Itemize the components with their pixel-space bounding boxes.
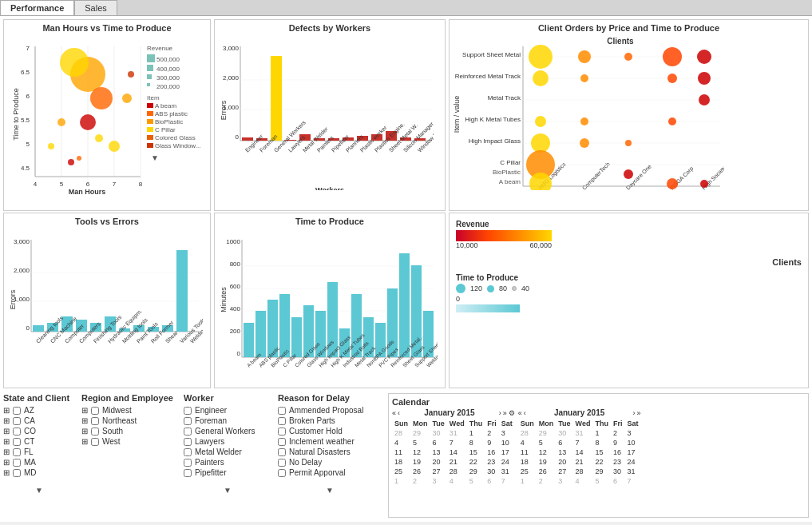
region-label-midwest: Midwest [102,406,132,415]
tab-performance[interactable]: Performance [0,0,74,15]
expand-icon-west[interactable]: ⊞ [81,437,88,446]
checkbox-ammended[interactable] [278,407,286,415]
checkbox-inclement[interactable] [278,438,286,446]
filter-item-permit[interactable]: Permit Apporval [278,468,382,477]
checkbox-nodelay[interactable] [278,459,286,467]
checkbox-painters[interactable] [184,459,192,467]
filter-item-ca[interactable]: ⊞ CA [3,416,75,425]
filter-item-ct[interactable]: ⊞ CT [3,437,75,446]
filter-item-west[interactable]: ⊞ West [81,437,177,446]
expand-icon-az[interactable]: ⊞ [3,406,10,415]
cal2-next-nav[interactable]: › [632,409,635,417]
filter-item-co[interactable]: ⊞ CO [3,427,75,436]
cal1-next-nav[interactable]: › [499,409,501,417]
worker-label-engineer: Engineer [195,406,227,415]
cal2-prev-nav[interactable]: ‹ [524,409,526,417]
checkbox-midwest[interactable] [91,407,99,415]
svg-text:6: 6 [86,181,90,188]
svg-point-121 [698,72,711,85]
filter-item-painters[interactable]: Painters [184,458,271,467]
filter-item-nodelay[interactable]: No Delay [278,458,382,467]
checkbox-pipefitter[interactable] [184,469,192,477]
filter-item-natural[interactable]: Natural Disasters [278,447,382,456]
filter-item-ma[interactable]: ⊞ MA [3,458,75,467]
checkbox-az[interactable] [13,407,21,415]
expand-icon-fl[interactable]: ⊞ [3,447,10,456]
reason-delay-title: Reason for Delay [278,393,382,403]
cal1-prev-nav[interactable]: ‹ [398,409,400,417]
checkbox-ct[interactable] [13,438,21,446]
checkbox-foreman[interactable] [184,417,192,425]
expand-icon-midwest[interactable]: ⊞ [81,406,88,415]
cal1-first-nav[interactable]: « [392,409,396,417]
filter-item-engineer[interactable]: Engineer [184,406,271,415]
filter-item-general[interactable]: General Workers [184,427,271,436]
svg-point-26 [48,143,54,149]
calendar-section: Calendar « ‹ January 2015 › » ⚙ Sun [388,393,809,518]
checkbox-northeast[interactable] [91,417,99,425]
svg-text:BioPlastic: BioPlastic [493,169,521,176]
svg-text:C Pillar: C Pillar [155,126,176,133]
checkbox-broken[interactable] [278,417,286,425]
filter-item-ammended[interactable]: Ammended Proposal [278,406,382,415]
svg-point-27 [57,118,65,126]
cal1-settings[interactable]: ⚙ [509,409,515,417]
checkbox-permit[interactable] [278,469,286,477]
checkbox-metalwelder[interactable] [184,448,192,456]
filter-item-foreman[interactable]: Foreman [184,416,271,425]
checkbox-md[interactable] [13,469,21,477]
reason-scroll-down[interactable]: ▼ [278,486,382,495]
svg-text:Man Hours: Man Hours [69,188,106,196]
filter-item-south[interactable]: ⊞ South [81,427,177,436]
checkbox-engineer[interactable] [184,407,192,415]
checkbox-fl[interactable] [13,448,21,456]
filter-item-broken[interactable]: Broken Parts [278,416,382,425]
cal1-last-nav[interactable]: » [503,409,507,417]
filter-item-fl[interactable]: ⊞ FL [3,447,75,456]
cal2-first-nav[interactable]: « [518,409,522,417]
cal2-last-nav[interactable]: » [636,409,640,417]
checkbox-general[interactable] [184,428,192,436]
filter-item-lawyers[interactable]: Lawyers [184,437,271,446]
checkbox-customer[interactable] [278,428,286,436]
expand-icon-south[interactable]: ⊞ [81,427,88,436]
checkbox-lawyers[interactable] [184,438,192,446]
svg-rect-48 [147,127,153,132]
filter-item-northeast[interactable]: ⊞ Northeast [81,416,177,425]
svg-text:4.5: 4.5 [21,165,30,172]
svg-text:ABS plastic: ABS plastic [155,110,188,117]
worker-label-metalwelder: Metal Welder [195,447,242,456]
svg-text:Support Sheet Metal: Support Sheet Metal [462,51,521,58]
svg-text:High Impact Glass: High Impact Glass [469,137,521,145]
filter-item-midwest[interactable]: ⊞ Midwest [81,406,177,415]
expand-icon-northeast[interactable]: ⊞ [81,416,88,425]
worker-label-pipefitter: Pipefitter [195,468,226,477]
filter-item-pipefitter[interactable]: Pipefitter [184,468,271,477]
expand-icon-ct[interactable]: ⊞ [3,437,10,446]
checkbox-west[interactable] [91,438,99,446]
reason-delay-filter: Reason for Delay Ammended Proposal Broke… [278,393,382,518]
state-client-filter: State and Client ⊞ AZ ⊞ CA ⊞ CO [3,393,75,518]
checkbox-ca[interactable] [13,417,21,425]
expand-icon-ca[interactable]: ⊞ [3,416,10,425]
filter-item-az[interactable]: ⊞ AZ [3,406,75,415]
client-orders-title: Client Orders by Price and Time to Produ… [453,23,805,33]
checkbox-ma[interactable] [13,459,21,467]
expand-icon-co[interactable]: ⊞ [3,427,10,436]
filter-item-customer[interactable]: Customer Hold [278,427,382,436]
checkbox-south[interactable] [91,428,99,436]
filter-item-metalwelder[interactable]: Metal Welder [184,447,271,456]
state-scroll-down[interactable]: ▼ [3,486,75,495]
man-hours-svg: Time to Produce 7 6.5 6 5.5 5 4.5 4 5 6 … [7,34,199,190]
checkbox-natural[interactable] [278,448,286,456]
svg-text:7: 7 [26,45,30,52]
expand-icon-md[interactable]: ⊞ [3,468,10,477]
filter-item-md[interactable]: ⊞ MD [3,468,75,477]
checkbox-co[interactable] [13,428,21,436]
worker-list: Engineer Foreman General Workers Lawyers… [184,406,271,486]
filter-item-inclement[interactable]: Inclement weather [278,437,382,446]
svg-text:Glass Window...: Glass Window... [155,142,200,149]
expand-icon-ma[interactable]: ⊞ [3,458,10,467]
tab-sales[interactable]: Sales [74,0,117,15]
worker-scroll-down[interactable]: ▼ [184,486,271,495]
